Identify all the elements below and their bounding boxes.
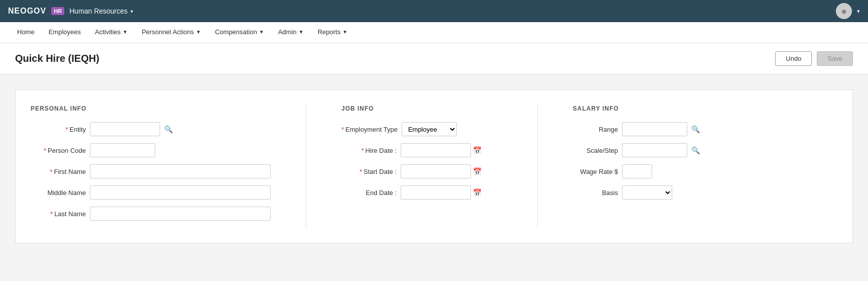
entity-row: *Entity 🔍 [31, 122, 271, 136]
scale-step-search-button[interactable]: 🔍 [691, 146, 700, 154]
admin-dropdown-icon: ▼ [299, 29, 304, 35]
page-header: Quick Hire (IEQH) Undo Save [0, 43, 868, 74]
range-input[interactable] [622, 122, 687, 136]
entity-search-button[interactable]: 🔍 [164, 125, 173, 133]
employment-type-select[interactable]: Employee Contractor Part-Time [402, 122, 457, 136]
last-name-required-star: * [50, 210, 53, 218]
salary-info-section: SALARY INFO Range 🔍 Scale/Step 🔍 Wage Ra… [573, 105, 713, 228]
person-code-input[interactable] [90, 143, 155, 157]
divider-2 [537, 105, 538, 228]
end-date-calendar-icon[interactable]: 📅 [473, 189, 481, 197]
wage-rate-label: Wage Rate $ [573, 168, 618, 175]
nav-reports[interactable]: Reports ▼ [311, 22, 354, 43]
hire-date-wrapper: 📅 [401, 143, 481, 157]
user-icon: ● [841, 6, 847, 17]
start-date-wrapper: 📅 [401, 164, 481, 178]
nav-admin[interactable]: Admin ▼ [271, 22, 311, 43]
main-content: PERSONAL INFO *Entity 🔍 *Person Code *F [0, 74, 868, 275]
nav-activities[interactable]: Activities ▼ [88, 22, 135, 43]
activities-dropdown-icon: ▼ [122, 29, 128, 35]
avatar[interactable]: ● [836, 3, 852, 19]
person-code-required-star: * [44, 147, 46, 154]
middle-name-row: Middle Name [31, 185, 271, 200]
first-name-label: *First Name [31, 168, 86, 175]
personal-info-title: PERSONAL INFO [31, 105, 271, 112]
wage-rate-input[interactable] [622, 164, 652, 178]
last-name-input[interactable] [90, 207, 271, 221]
middle-name-input[interactable] [90, 185, 271, 200]
range-label: Range [573, 126, 618, 133]
end-date-wrapper: 📅 [401, 185, 481, 200]
entity-input[interactable] [90, 122, 160, 136]
middle-name-label: Middle Name [31, 189, 86, 197]
nav-home[interactable]: Home [10, 22, 42, 43]
undo-button[interactable]: Undo [775, 51, 812, 66]
start-date-row: *Start Date : 📅 [341, 164, 502, 178]
employment-type-label: *Employment Type [341, 126, 398, 133]
last-name-label: *Last Name [31, 210, 86, 218]
last-name-row: *Last Name [31, 207, 271, 221]
nav-personnel-actions[interactable]: Personnel Actions ▼ [135, 22, 208, 43]
personal-info-section: PERSONAL INFO *Entity 🔍 *Person Code *F [31, 105, 271, 228]
first-name-row: *First Name [31, 164, 271, 178]
employment-type-required-star: * [341, 126, 344, 133]
page-title: Quick Hire (IEQH) [15, 53, 99, 64]
range-row: Range 🔍 [573, 122, 713, 136]
header-buttons: Undo Save [775, 51, 853, 66]
scale-step-label: Scale/Step [573, 147, 618, 154]
personnel-actions-dropdown-icon: ▼ [196, 29, 201, 35]
basis-label: Basis [573, 189, 618, 197]
user-menu-chevron-icon[interactable]: ▾ [857, 8, 860, 15]
basis-row: Basis Annual Hourly Monthly [573, 185, 713, 200]
employment-type-row: *Employment Type Employee Contractor Par… [341, 122, 502, 136]
first-name-required-star: * [50, 168, 52, 175]
end-date-label: End Date : [341, 189, 397, 197]
entity-required-star: * [65, 126, 68, 133]
scale-step-row: Scale/Step 🔍 [573, 143, 713, 157]
nav-compensation[interactable]: Compensation ▼ [208, 22, 271, 43]
job-info-section: JOB INFO *Employment Type Employee Contr… [341, 105, 502, 228]
job-info-title: JOB INFO [341, 105, 502, 112]
secondary-nav: Home Employees Activities ▼ Personnel Ac… [0, 22, 868, 43]
neogov-logo: NEOGOV [8, 7, 46, 16]
top-bar: NEOGOV HR Human Resources ▾ ● ▾ [0, 0, 868, 22]
hire-date-calendar-icon[interactable]: 📅 [473, 146, 481, 154]
save-button[interactable]: Save [817, 51, 853, 66]
divider-1 [306, 105, 306, 228]
range-search-button[interactable]: 🔍 [691, 125, 700, 133]
module-name[interactable]: Human Resources ▾ [69, 7, 133, 15]
end-date-input[interactable] [401, 185, 471, 200]
hire-date-required-star: * [361, 147, 364, 154]
start-date-calendar-icon[interactable]: 📅 [473, 167, 481, 175]
first-name-input[interactable] [90, 164, 271, 178]
top-bar-left: NEOGOV HR Human Resources ▾ [8, 7, 133, 16]
module-chevron-icon: ▾ [131, 9, 133, 14]
salary-info-title: SALARY INFO [573, 105, 713, 112]
scale-step-input[interactable] [622, 143, 687, 157]
wage-rate-row: Wage Rate $ [573, 164, 713, 178]
start-date-label: *Start Date : [341, 168, 397, 175]
hire-date-input[interactable] [401, 143, 471, 157]
form-container: PERSONAL INFO *Entity 🔍 *Person Code *F [15, 89, 853, 243]
hire-date-label: *Hire Date : [341, 147, 397, 154]
hr-badge: HR [51, 7, 64, 15]
top-bar-right: ● ▾ [836, 3, 860, 19]
reports-dropdown-icon: ▼ [342, 29, 347, 35]
person-code-label: *Person Code [31, 147, 86, 154]
nav-employees[interactable]: Employees [42, 22, 88, 43]
basis-select[interactable]: Annual Hourly Monthly [622, 185, 672, 200]
start-date-required-star: * [359, 168, 362, 175]
end-date-row: End Date : 📅 [341, 185, 502, 200]
hire-date-row: *Hire Date : 📅 [341, 143, 502, 157]
compensation-dropdown-icon: ▼ [259, 29, 264, 35]
person-code-row: *Person Code [31, 143, 271, 157]
start-date-input[interactable] [401, 164, 471, 178]
entity-label: *Entity [31, 126, 86, 133]
